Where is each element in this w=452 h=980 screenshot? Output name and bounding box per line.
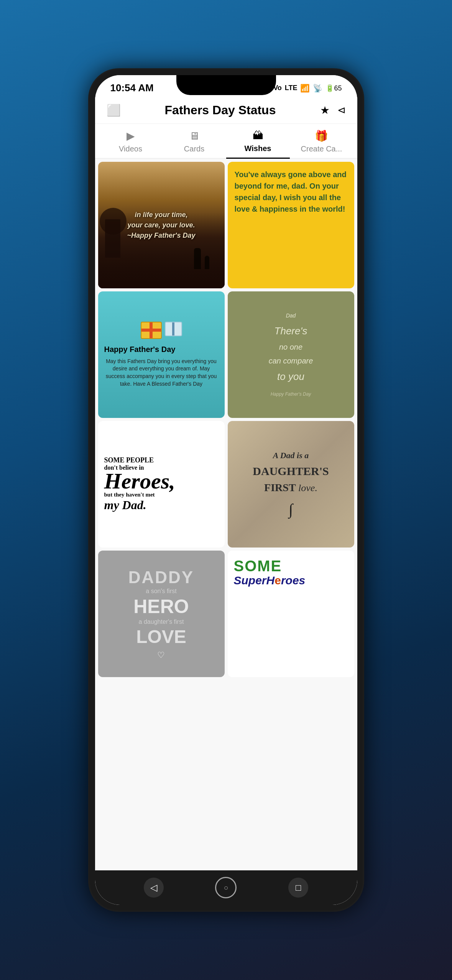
card-3[interactable]: Happy Father's Day May this Fathers Day … <box>98 291 225 418</box>
tab-bar: ▶ Videos 🖥 Cards 🏔 Wishes 🎁 Create Ca... <box>95 124 357 159</box>
card-4[interactable]: Dad There's no one can compare to you Ha… <box>228 291 354 418</box>
header-actions: ★ ⊲ <box>320 104 346 117</box>
tab-videos[interactable]: ▶ Videos <box>99 124 163 158</box>
tab-create[interactable]: 🎁 Create Ca... <box>290 124 353 158</box>
wifi-icon: 📡 <box>313 84 322 93</box>
card-1[interactable]: in life your time,your care, your love.~… <box>98 162 225 288</box>
content-area: in life your time,your care, your love.~… <box>95 159 357 870</box>
card-5[interactable]: Some People don't believe in Heroes, but… <box>98 421 225 548</box>
daddy-title: DADDY <box>128 568 194 587</box>
daddy-sub2: a daughter's first <box>139 618 184 625</box>
share-button[interactable]: ⊲ <box>337 104 346 116</box>
home-nav-icon: ○ <box>224 883 228 892</box>
create-icon: 🎁 <box>315 130 328 142</box>
card-3-title: Happy Father's Day <box>104 345 176 354</box>
status-icons: Vo LTE 📶 📡 🔋65 <box>273 84 342 93</box>
tab-wishes-label: Wishes <box>245 144 271 153</box>
back-button[interactable]: ⬜ <box>107 104 121 117</box>
top-bar: ⬜ Fathers Day Status ★ ⊲ <box>95 97 357 124</box>
tab-create-label: Create Ca... <box>301 145 342 153</box>
cards-icon: 🖥 <box>189 130 200 142</box>
nav-bar: ◁ ○ □ <box>95 870 357 905</box>
back-nav-icon: ◁ <box>150 882 157 893</box>
recents-nav-icon: □ <box>296 882 301 893</box>
tab-videos-label: Videos <box>119 145 142 153</box>
status-time: 10:54 AM <box>110 82 154 94</box>
wishes-grid: in life your time,your care, your love.~… <box>98 162 354 677</box>
card-3-text: May this Fathers Day bring you everythin… <box>104 358 219 388</box>
daddy-love: LOVE <box>136 626 186 647</box>
card-2[interactable]: You've always gone above and beyond for … <box>228 162 354 288</box>
home-nav-button[interactable]: ○ <box>215 877 237 898</box>
tab-wishes[interactable]: 🏔 Wishes <box>226 124 290 159</box>
heroes-line3: Heroes, <box>104 471 219 491</box>
tab-cards-label: Cards <box>184 145 204 153</box>
phone-screen: 10:54 AM Vo LTE 📶 📡 🔋65 ⬜ Fathers Day St… <box>95 75 357 905</box>
daddy-sub1: a son's first <box>146 588 176 595</box>
daddy-hero-text: HERO <box>133 595 189 618</box>
heart-icon: ♡ <box>157 650 165 660</box>
signal-icon: 📶 <box>300 84 310 93</box>
card-2-text: You've always gone above and beyond for … <box>235 169 347 215</box>
star-button[interactable]: ★ <box>320 104 330 117</box>
heroes-line1: Some People <box>104 456 219 464</box>
lte-icon: LTE <box>285 84 297 92</box>
page-title: Fathers Day Status <box>165 103 276 117</box>
card-7[interactable]: DADDY a son's first HERO a daughter's fi… <box>98 551 225 677</box>
card-8[interactable]: SOME SuperHeroes <box>228 551 354 677</box>
back-nav-button[interactable]: ◁ <box>144 878 164 898</box>
heroes-line5: my Dad. <box>104 498 219 512</box>
video-icon: ▶ <box>127 130 135 142</box>
card-6[interactable]: A Dad is a DAUGHTER'S FIRST love. ∫ <box>228 421 354 548</box>
battery-icon: 🔋65 <box>325 84 342 92</box>
tab-cards[interactable]: 🖥 Cards <box>163 124 226 158</box>
wishes-icon: 🏔 <box>253 129 263 142</box>
recents-nav-button[interactable]: □ <box>288 878 308 898</box>
phone-frame: 10:54 AM Vo LTE 📶 📡 🔋65 ⬜ Fathers Day St… <box>88 68 364 912</box>
notch <box>176 75 276 95</box>
